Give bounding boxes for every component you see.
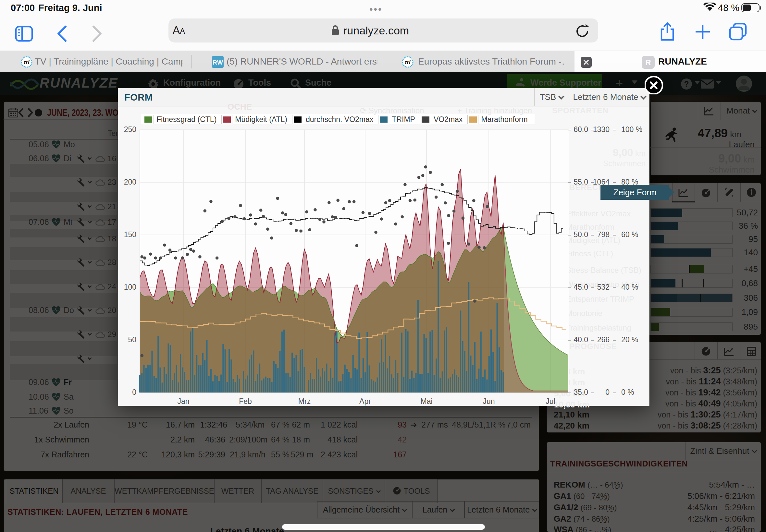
- svg-text:RW: RW: [213, 59, 223, 66]
- svg-text:R: R: [645, 58, 651, 67]
- svg-text:tri: tri: [405, 59, 411, 66]
- svg-text:tri: tri: [24, 59, 30, 66]
